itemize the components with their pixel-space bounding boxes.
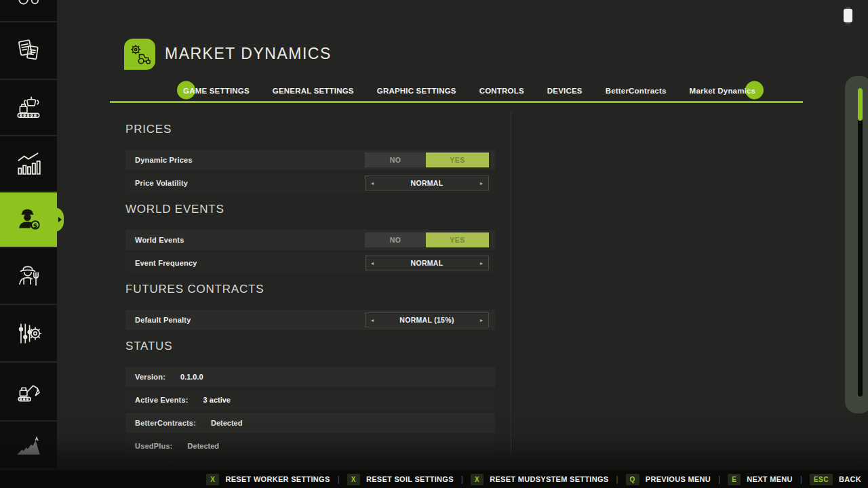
- section-title: WORLD EVENTS: [125, 203, 495, 216]
- section-title: PRICES: [125, 123, 495, 136]
- tab-bettercontracts[interactable]: BetterContracts: [606, 84, 667, 96]
- status-label: Version:: [135, 373, 165, 381]
- key-hint-reset-soil-settings[interactable]: X RESET SOIL SETTINGS: [347, 474, 454, 485]
- tab-graphic-settings[interactable]: GRAPHIC SETTINGS: [377, 84, 456, 96]
- toggle-yes-button[interactable]: YES: [426, 232, 489, 247]
- sidebar-item-terrain[interactable]: [0, 422, 57, 468]
- key-hint-separator: |: [718, 474, 720, 484]
- yes-no-toggle: NO YES: [365, 232, 489, 247]
- settings-section: FUTURES CONTRACTS Default Penalty ◂ NORM…: [125, 283, 495, 330]
- yes-no-toggle: NO YES: [365, 152, 489, 167]
- statistics-icon: [14, 150, 43, 178]
- status-value: 3 active: [203, 396, 231, 404]
- status-row: BetterContracts: Detected: [125, 413, 495, 433]
- settings-panel: PRICES Dynamic Prices NO YES Price Volat…: [125, 112, 495, 454]
- settings-section: WORLD EVENTS World Events NO YES Event F…: [125, 203, 495, 273]
- sidebar-item-statistics[interactable]: [0, 136, 57, 191]
- option-selector[interactable]: ◂ NORMAL ▸: [365, 256, 489, 270]
- section-title: STATUS: [125, 340, 495, 353]
- setting-row: Event Frequency ◂ NORMAL ▸: [125, 253, 495, 273]
- toggle-no-button[interactable]: NO: [365, 232, 426, 247]
- key-hint-next-menu[interactable]: E NEXT MENU: [728, 474, 793, 485]
- key-cap: X: [347, 474, 360, 485]
- tab-market-dynamics[interactable]: Market Dynamics: [690, 84, 756, 96]
- key-hint-previous-menu[interactable]: Q PREVIOUS MENU: [626, 474, 711, 485]
- key-hint-back[interactable]: ESC BACK: [810, 474, 861, 485]
- setting-label: Default Penalty: [135, 316, 191, 324]
- terrain-icon: [14, 430, 43, 459]
- status-label: Active Events:: [135, 396, 189, 404]
- key-cap: ESC: [810, 474, 833, 485]
- tab-devices[interactable]: DEVICES: [547, 84, 583, 96]
- selector-value: NORMAL: [379, 179, 475, 187]
- arrow-right-icon[interactable]: ▸: [475, 260, 488, 266]
- setting-row: World Events NO YES: [125, 230, 495, 250]
- scrollbar-track[interactable]: [858, 88, 863, 396]
- setting-label: World Events: [135, 236, 184, 244]
- arrow-left-icon[interactable]: ◂: [366, 180, 379, 186]
- setting-row: Dynamic Prices NO YES: [125, 150, 495, 170]
- contracts-icon: [14, 37, 43, 65]
- sidebar: $: [0, 0, 57, 470]
- sidebar-item-contracts[interactable]: [0, 22, 57, 79]
- selector-value: NORMAL (15%): [379, 316, 475, 324]
- key-hint-bar: X RESET WORKER SETTINGS | X RESET SOIL S…: [0, 470, 868, 488]
- production-icon: [14, 94, 43, 122]
- sidebar-item-market-dealer[interactable]: $: [0, 192, 57, 247]
- arrow-left-icon[interactable]: ◂: [366, 317, 379, 323]
- setting-label: Price Volatility: [135, 179, 188, 187]
- farmer-icon: [14, 262, 43, 290]
- key-cap: X: [206, 474, 219, 485]
- sidebar-item-tuning[interactable]: [0, 305, 57, 361]
- tab-game-settings[interactable]: GAME SETTINGS: [183, 84, 250, 96]
- toggle-no-button[interactable]: NO: [365, 152, 426, 167]
- status-label: UsedPlus:: [135, 442, 173, 450]
- market-dynamics-app-icon: [124, 39, 155, 70]
- key-hint-separator: |: [461, 474, 463, 484]
- toggle-yes-button[interactable]: YES: [426, 152, 489, 167]
- status-label: BetterContracts:: [135, 419, 196, 427]
- scrollbar-thumb[interactable]: [858, 88, 863, 121]
- key-hint-separator: |: [338, 474, 340, 484]
- sidebar-item-excavator[interactable]: [0, 363, 57, 420]
- status-row: UsedPlus: Detected: [125, 436, 495, 454]
- svg-text:$: $: [33, 222, 38, 229]
- sidebar-item-production[interactable]: [0, 80, 57, 135]
- section-title: FUTURES CONTRACTS: [125, 283, 495, 296]
- key-hint-reset-worker-settings[interactable]: X RESET WORKER SETTINGS: [206, 474, 330, 485]
- tab-underline: [110, 101, 803, 103]
- key-cap: X: [471, 474, 484, 485]
- controller-battery-icon: [844, 9, 852, 22]
- setting-label: Dynamic Prices: [135, 156, 193, 164]
- tab-bar: GAME SETTINGS GENERAL SETTINGS GRAPHIC S…: [183, 81, 755, 99]
- tab-controls[interactable]: CONTROLS: [479, 84, 524, 96]
- setting-row: Default Penalty ◂ NORMAL (15%) ▸: [125, 310, 495, 330]
- vehicle-icon: [14, 0, 43, 7]
- option-selector[interactable]: ◂ NORMAL ▸: [365, 176, 489, 190]
- key-hint-reset-mudsystem-settings[interactable]: X RESET MUDSYSTEM SETTINGS: [471, 474, 608, 485]
- market-dealer-icon: $: [14, 205, 43, 234]
- option-selector[interactable]: ◂ NORMAL (15%) ▸: [365, 312, 489, 327]
- setting-label: Event Frequency: [135, 259, 197, 267]
- status-row: Active Events: 3 active: [125, 390, 495, 410]
- key-hint-separator: |: [616, 474, 618, 484]
- settings-section: STATUS Version: 0.1.0.0 Active Events: 3…: [125, 340, 495, 454]
- status-value: Detected: [211, 419, 242, 427]
- key-hint-separator: |: [800, 474, 802, 484]
- content-divider: [511, 112, 511, 454]
- scrollbar-gutter: [845, 76, 868, 413]
- setting-row: Price Volatility ◂ NORMAL ▸: [125, 173, 495, 193]
- status-row: Version: 0.1.0.0: [125, 367, 495, 387]
- excavator-icon: [14, 378, 43, 406]
- tuning-icon: [14, 319, 43, 348]
- arrow-right-icon[interactable]: ▸: [475, 317, 488, 323]
- arrow-left-icon[interactable]: ◂: [366, 260, 379, 266]
- page-title: MARKET DYNAMICS: [165, 45, 332, 63]
- sidebar-item-vehicle[interactable]: [0, 0, 57, 21]
- key-cap: E: [728, 474, 741, 485]
- tab-general-settings[interactable]: GENERAL SETTINGS: [273, 84, 354, 96]
- settings-section: PRICES Dynamic Prices NO YES Price Volat…: [125, 123, 495, 193]
- arrow-right-icon[interactable]: ▸: [475, 180, 488, 186]
- status-value: Detected: [188, 442, 219, 450]
- sidebar-item-farmer[interactable]: [0, 248, 57, 304]
